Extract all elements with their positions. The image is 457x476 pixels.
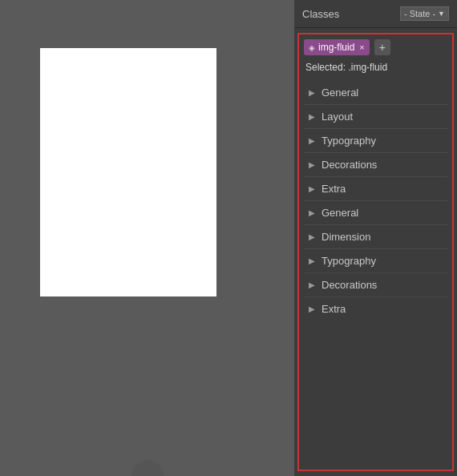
selected-label: Selected: .img-fluid [304, 62, 447, 73]
group-item-general-1[interactable]: ▶ General [304, 81, 447, 105]
group-item-label: General [322, 87, 358, 99]
chevron-right-icon: ▶ [309, 136, 315, 145]
right-panel: Classes - State - ▼ ◈ img-fluid × + Sele… [294, 0, 457, 476]
classes-section: ◈ img-fluid × + Selected: .img-fluid ▶ G… [297, 33, 454, 471]
chevron-right-icon: ▶ [309, 305, 315, 313]
group-item-label: Typography [322, 255, 376, 267]
group-item-typography-2[interactable]: ▶ Typography [304, 249, 447, 273]
canvas-bottom-handle [131, 460, 164, 476]
group-item-layout[interactable]: ▶ Layout [304, 105, 447, 129]
add-class-button[interactable]: + [374, 39, 390, 55]
group-item-label: Decorations [322, 159, 377, 171]
chevron-right-icon: ▶ [309, 232, 315, 241]
chevron-right-icon: ▶ [309, 256, 315, 265]
tag-row: ◈ img-fluid × + [304, 39, 447, 55]
state-dropdown[interactable]: - State - ▼ [400, 6, 449, 21]
group-item-label: General [322, 207, 358, 219]
group-item-label: Extra [322, 303, 346, 315]
group-item-label: Decorations [322, 279, 377, 291]
class-tag-img-fluid[interactable]: ◈ img-fluid × [304, 39, 370, 55]
group-item-extra-1[interactable]: ▶ Extra [304, 177, 447, 201]
chevron-down-icon: ▼ [438, 10, 445, 18]
chevron-right-icon: ▶ [309, 88, 315, 97]
group-item-decorations-2[interactable]: ▶ Decorations [304, 273, 447, 297]
tag-name: img-fluid [318, 42, 354, 53]
group-item-label: Layout [322, 111, 353, 123]
classes-title: Classes [302, 8, 339, 20]
state-dropdown-label: - State - [404, 9, 435, 18]
tag-icon: ◈ [309, 43, 315, 52]
group-item-extra-2[interactable]: ▶ Extra [304, 297, 447, 321]
group-item-label: Dimension [322, 231, 370, 243]
group-item-label: Extra [322, 183, 346, 195]
panel-header: Classes - State - ▼ [294, 0, 457, 28]
group-item-label: Typography [322, 135, 376, 147]
group-item-dimension[interactable]: ▶ Dimension [304, 225, 447, 249]
chevron-right-icon: ▶ [309, 160, 315, 169]
group-list: ▶ General ▶ Layout ▶ Typography ▶ Decora… [304, 81, 447, 321]
group-item-general-2[interactable]: ▶ General [304, 201, 447, 225]
canvas-white-element [40, 48, 216, 296]
tag-close-icon[interactable]: × [359, 42, 364, 52]
group-item-decorations-1[interactable]: ▶ Decorations [304, 153, 447, 177]
chevron-right-icon: ▶ [309, 208, 315, 217]
chevron-right-icon: ▶ [309, 112, 315, 121]
group-item-typography-1[interactable]: ▶ Typography [304, 129, 447, 153]
chevron-right-icon: ▶ [309, 280, 315, 289]
selected-class-name: .img-fluid [348, 62, 387, 73]
chevron-right-icon: ▶ [309, 184, 315, 193]
canvas-area [0, 0, 294, 476]
selected-text: Selected: [305, 62, 346, 73]
